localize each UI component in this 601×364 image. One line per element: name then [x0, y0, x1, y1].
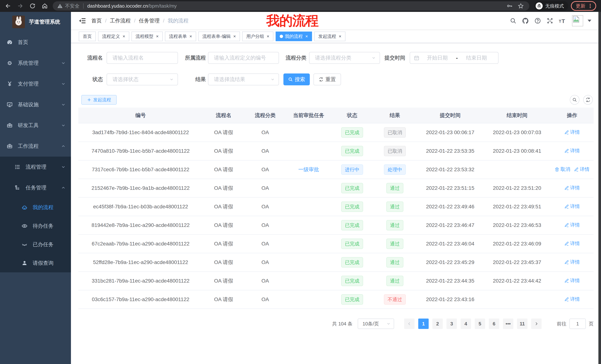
create-process-button[interactable]: 发起流程	[81, 95, 117, 105]
filter-result-select[interactable]: 请选择流结果	[208, 74, 279, 85]
tab-我的流程[interactable]: 我的流程×	[276, 31, 312, 41]
forward-icon[interactable]	[15, 1, 25, 11]
sidebar-fold-icon[interactable]	[79, 17, 86, 25]
cell-task[interactable]: 一级审批	[286, 160, 331, 179]
detail-link[interactable]: 详情	[564, 147, 580, 154]
cell-name: OA 请假	[203, 234, 244, 253]
filter-status-select[interactable]: 请选择状态	[107, 74, 178, 85]
breadcrumb-home[interactable]: 首页	[91, 17, 102, 24]
address-bar[interactable]: 不安全 dashboard.yudao.iocoder.cn/bpm/task/…	[53, 1, 529, 10]
tab-close-icon[interactable]: ×	[123, 34, 125, 38]
avatar-caret-icon[interactable]	[588, 20, 591, 22]
tab-close-icon[interactable]: ×	[156, 34, 159, 38]
fullscreen-icon[interactable]	[544, 15, 556, 27]
page-button-3[interactable]: 3	[446, 318, 457, 329]
tab-close-icon[interactable]: ×	[233, 34, 236, 38]
breadcrumb-workflow[interactable]: 工作流程	[110, 17, 131, 24]
prev-page-button[interactable]	[404, 318, 415, 329]
filter-definition-input[interactable]: 请输入流程定义的编号	[208, 52, 279, 64]
tab-close-icon[interactable]: ×	[305, 34, 308, 38]
page-button-11[interactable]: 11	[517, 318, 527, 329]
detail-link[interactable]: 详情	[564, 222, 580, 228]
page-size-select[interactable]: 10条/页	[358, 318, 394, 329]
bookmark-star-icon[interactable]	[517, 2, 525, 10]
sidebar-item-6[interactable]: 流程管理	[0, 157, 71, 177]
sidebar-item-5[interactable]: 工作流程	[0, 136, 71, 157]
reload-icon[interactable]	[28, 1, 38, 11]
avatar-broken-image[interactable]	[572, 15, 583, 26]
tab-label: 流程模型	[136, 33, 153, 39]
tab-用户分组[interactable]: 用户分组×	[242, 31, 273, 41]
sidebar-item-10[interactable]: 已办任务	[0, 235, 71, 254]
tab-流程表单-编辑[interactable]: 流程表单-编辑×	[198, 31, 240, 41]
show-search-toggle-icon[interactable]	[570, 95, 580, 105]
filter-name-input[interactable]: 请输入流程名	[107, 52, 178, 64]
sidebar-item-1[interactable]: 系统管理	[0, 53, 71, 74]
page-ellipsis[interactable]: •••	[503, 318, 513, 329]
detail-link[interactable]: 详情	[564, 259, 580, 265]
next-page-button[interactable]	[531, 318, 541, 329]
update-button[interactable]: 更新	[571, 1, 596, 11]
font-size-icon[interactable]: TT	[556, 15, 568, 27]
tab-close-icon[interactable]: ×	[267, 34, 269, 38]
page-button-6[interactable]: 6	[489, 318, 499, 329]
sidebar-item-11[interactable]: 请假查询	[0, 254, 71, 272]
tab-流程表单[interactable]: 流程表单×	[165, 31, 196, 41]
sidebar-logo[interactable]: 芋道管理系统	[0, 12, 71, 32]
kebab-menu-icon[interactable]	[588, 3, 593, 9]
tab-流程定义[interactable]: 流程定义×	[98, 31, 129, 41]
page-button-4[interactable]: 4	[461, 318, 471, 329]
tab-首页[interactable]: 首页	[79, 31, 96, 41]
dashboard-icon	[7, 39, 13, 46]
refresh-table-icon[interactable]	[583, 95, 593, 105]
goto-page-input[interactable]: 1	[570, 318, 586, 329]
sidebar-item-2[interactable]: 支付管理	[0, 74, 71, 94]
sidebar-item-9[interactable]: 待办任务	[0, 217, 71, 235]
tab-close-icon[interactable]: ×	[339, 34, 341, 38]
tab-close-icon[interactable]: ×	[190, 34, 192, 38]
logo-rabbit-image	[12, 16, 25, 28]
search-button[interactable]: 搜索	[283, 74, 310, 85]
cell-end-time	[484, 290, 551, 309]
key-icon[interactable]	[506, 2, 514, 10]
security-label[interactable]: 不安全	[65, 3, 80, 9]
cell-submit-time: 2022-01-22 23:44:35	[417, 272, 484, 290]
column-header: 流程分类	[244, 108, 286, 123]
github-icon[interactable]	[519, 15, 531, 27]
page-button-1[interactable]: 1	[418, 318, 429, 329]
sidebar-item-3[interactable]: 基础设施	[0, 94, 71, 115]
detail-link[interactable]: 详情	[564, 203, 580, 210]
back-icon[interactable]	[3, 1, 13, 11]
reset-button[interactable]: 重置	[313, 74, 341, 85]
cell-actions: 详情	[551, 142, 594, 160]
filter-time-range[interactable]: 开始日期 - 结束日期	[410, 52, 499, 64]
sidebar-item-7[interactable]: 任务管理	[0, 177, 71, 198]
robot-icon	[21, 204, 28, 211]
sidebar-item-4[interactable]: 研发工具	[0, 115, 71, 136]
detail-link[interactable]: 详情	[564, 129, 580, 135]
svg-text:T: T	[559, 19, 561, 24]
home-icon[interactable]	[40, 1, 50, 11]
filter-category-select[interactable]: 请选择流程分类	[309, 52, 380, 64]
detail-link[interactable]: 详情	[564, 185, 580, 191]
chevron-down-icon	[386, 322, 391, 326]
help-icon[interactable]	[531, 15, 544, 27]
detail-link[interactable]: 详情	[564, 296, 580, 302]
search-icon[interactable]	[507, 15, 519, 27]
detail-link[interactable]: 详情	[564, 277, 580, 284]
tab-流程模型[interactable]: 流程模型×	[131, 31, 163, 41]
page-button-5[interactable]: 5	[475, 318, 485, 329]
browser-scrollbar[interactable]	[598, 12, 601, 364]
sidebar-item-8[interactable]: 我的流程	[0, 198, 71, 217]
tab-发起流程[interactable]: 发起流程×	[314, 31, 345, 41]
plus-icon	[87, 98, 91, 102]
page-button-2[interactable]: 2	[432, 318, 443, 329]
cancel-link[interactable]: 取消	[555, 166, 570, 172]
detail-link[interactable]: 详情	[574, 166, 590, 172]
breadcrumb-task[interactable]: 任务管理	[139, 17, 160, 24]
detail-link[interactable]: 详情	[564, 240, 580, 247]
end-date-placeholder[interactable]: 结束日期	[459, 54, 494, 61]
cell-status: 已完成	[331, 142, 373, 160]
start-date-placeholder[interactable]: 开始日期	[419, 54, 455, 61]
sidebar-item-0[interactable]: 首页	[0, 32, 71, 53]
